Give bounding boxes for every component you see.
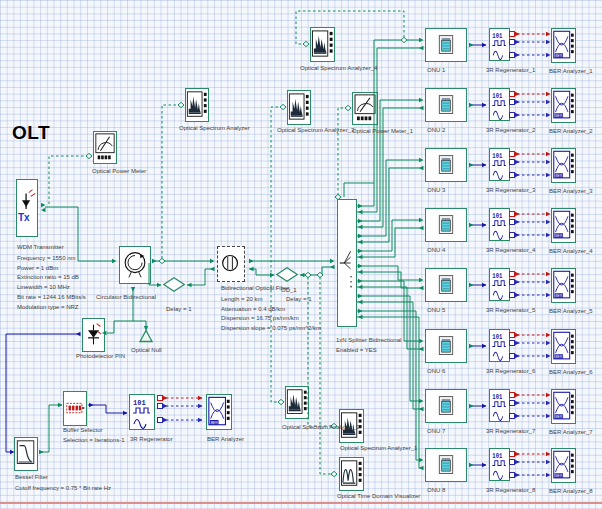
onu-7-block[interactable]: [425, 389, 467, 423]
onu-6-block[interactable]: [425, 329, 467, 363]
photodetector-pin-block[interactable]: [82, 318, 105, 352]
port-diamond: [317, 272, 323, 277]
wdm-transmitter-param: Modulation type = NRZ: [17, 303, 79, 313]
wdm-transmitter-param: Extinction ratio = 15 dB: [17, 273, 79, 283]
regenerator-6-block[interactable]: 101: [489, 329, 510, 362]
wire: [308, 277, 336, 426]
svg-text:BER: BER: [555, 174, 563, 178]
regenerator-5-block[interactable]: 101: [489, 268, 510, 301]
onu-5-block[interactable]: [425, 268, 467, 302]
ber-analyzer-1-label: BER Analyzer_1: [549, 68, 593, 75]
splitter-block[interactable]: [337, 199, 357, 327]
regenerator-2-block[interactable]: 101: [489, 88, 510, 121]
ber-analyzer-0-block[interactable]: BER: [206, 394, 232, 430]
svg-text:BER: BER: [555, 355, 563, 359]
wdm-transmitter-block[interactable]: [16, 179, 38, 237]
icon-svg: BER: [552, 149, 575, 182]
regenerator-7-block[interactable]: 101: [489, 389, 510, 422]
onu-1-block[interactable]: [425, 28, 467, 62]
port-arrow: [515, 401, 520, 405]
port-square: [510, 212, 515, 217]
optical-power-meter-label: Optical Power Meter: [92, 168, 146, 175]
regenerator-1-block[interactable]: 101: [489, 28, 510, 61]
buffer-selector-block[interactable]: [63, 391, 87, 426]
port-arrow: [469, 43, 474, 47]
port-arrow: [546, 233, 551, 237]
optical-spectrum-analyzer-3-label: Optical Spectrum Analyzer_3: [277, 127, 354, 134]
optical-delay-block[interactable]: [163, 277, 185, 292]
port-arrow: [546, 53, 551, 57]
optical-null-block[interactable]: [139, 329, 153, 343]
port-arrow: [358, 210, 363, 214]
ber-analyzer-5-label: BER Analyzer_5: [549, 308, 593, 315]
icon-svg: [163, 277, 185, 292]
icon-svg: [186, 89, 208, 121]
port-square: [510, 173, 515, 178]
regenerator-0-block[interactable]: 101: [129, 394, 155, 430]
ber-analyzer-6-block[interactable]: BER: [551, 329, 576, 364]
splitter-label: 1xN Splitter Bidirectional: [336, 337, 401, 344]
optical-delay-od1-block[interactable]: [276, 267, 298, 282]
optical-time-domain-visualizer-block[interactable]: [339, 457, 364, 491]
ber-analyzer-2-block[interactable]: BER: [551, 88, 576, 123]
port-arrow: [546, 212, 551, 216]
port-arrow: [546, 113, 551, 117]
port-arrow: [358, 249, 363, 253]
ber-analyzer-7-label: BER Analyzer_7: [549, 429, 593, 436]
regenerator-8-block[interactable]: 101: [489, 448, 510, 481]
port-arrow: [358, 300, 363, 304]
port-arrow: [187, 283, 192, 287]
port-arrow: [482, 463, 487, 467]
port-arrow: [469, 344, 474, 348]
ber-analyzer-8-block[interactable]: BER: [551, 448, 576, 483]
optical-power-meter-1-block[interactable]: [352, 92, 378, 125]
icon-svg: [426, 390, 466, 422]
icon-svg: [426, 149, 466, 181]
port-arrow: [358, 279, 363, 283]
bidirectional-optical-fiber-block[interactable]: [217, 246, 245, 282]
regenerator-3-block[interactable]: 101: [489, 148, 510, 181]
svg-text:101: 101: [492, 32, 502, 39]
port-diamond: [280, 104, 286, 109]
port-arrow: [482, 344, 487, 348]
port-diamond: [178, 102, 184, 107]
ber-analyzer-5-block[interactable]: BER: [551, 268, 576, 303]
icon-svg: BER: [207, 395, 231, 429]
bessel-filter-block[interactable]: [14, 437, 38, 471]
circulator-bidirectional-block[interactable]: [119, 246, 151, 284]
onu-3-block[interactable]: [425, 148, 467, 182]
icon-svg: [276, 267, 298, 282]
port-diamond: [305, 272, 311, 277]
icon-svg: [353, 93, 377, 124]
optical-spectrum-analyzer-2-block[interactable]: [285, 386, 309, 419]
port-arrow: [358, 294, 363, 298]
port-arrow: [419, 407, 424, 411]
optical-spectrum-analyzer-3-block[interactable]: [287, 90, 311, 125]
port-arrow: [515, 212, 520, 216]
optical-spectrum-analyzer-4-block[interactable]: [310, 27, 335, 62]
port-square: [510, 233, 515, 238]
ber-analyzer-1-block[interactable]: BER: [551, 28, 576, 63]
port-square: [510, 333, 515, 338]
port-square: [510, 393, 515, 398]
port-arrow: [515, 160, 520, 164]
od1-label: OD_1: [281, 287, 297, 294]
optical-spectrum-analyzer-block[interactable]: [185, 88, 209, 122]
ber-analyzer-4-block[interactable]: BER: [551, 208, 576, 243]
onu-2-block[interactable]: [425, 88, 467, 122]
icon-svg: 101: [130, 395, 154, 429]
optical-power-meter-block[interactable]: [93, 131, 117, 164]
port-arrow: [546, 272, 551, 276]
port-arrow: [419, 466, 424, 470]
port-square: [510, 401, 515, 406]
ber-analyzer-3-block[interactable]: BER: [551, 148, 576, 183]
port-square: [510, 473, 515, 478]
photodetector-label: Photodetector PIN: [76, 353, 125, 360]
regenerator-4-block[interactable]: 101: [489, 208, 510, 241]
onu-4-block[interactable]: [425, 208, 467, 242]
port-square: [510, 220, 515, 225]
onu-8-block[interactable]: [425, 448, 467, 482]
port-arrow: [358, 255, 363, 259]
port-square: [510, 280, 515, 285]
ber-analyzer-7-block[interactable]: BER: [551, 389, 576, 424]
